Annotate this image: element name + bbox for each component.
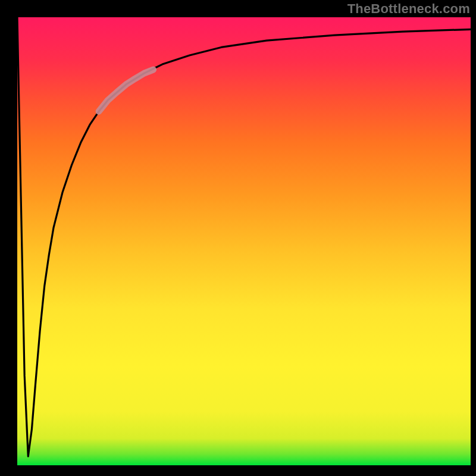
curve-layer: [17, 17, 471, 465]
bottleneck-curve: [17, 17, 471, 456]
watermark-text: TheBottleneck.com: [347, 1, 470, 17]
highlight-segment: [99, 70, 153, 111]
chart-frame: TheBottleneck.com: [0, 0, 476, 476]
plot-area: [17, 17, 471, 465]
